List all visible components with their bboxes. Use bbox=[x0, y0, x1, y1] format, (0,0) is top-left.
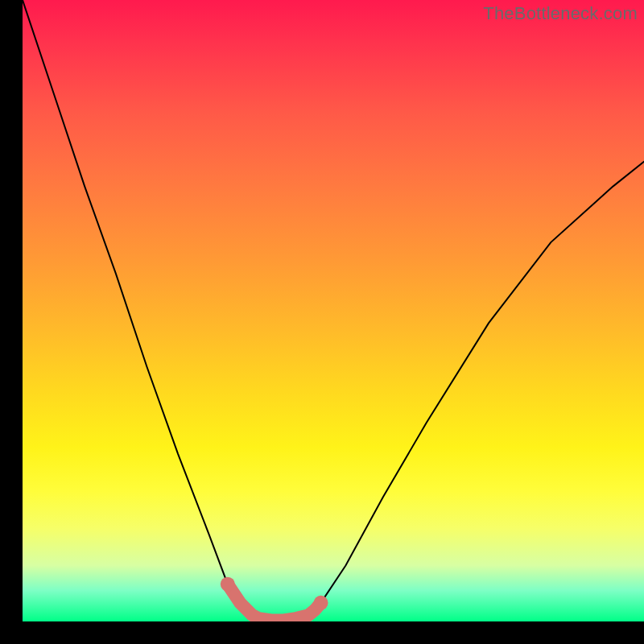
chart-svg bbox=[23, 0, 644, 621]
region-end-dot bbox=[221, 577, 235, 592]
bottleneck-region bbox=[228, 584, 321, 621]
chart-area: TheBottleneck.com bbox=[23, 0, 644, 621]
bottleneck-curve bbox=[23, 0, 644, 621]
region-end-dot bbox=[314, 596, 328, 610]
